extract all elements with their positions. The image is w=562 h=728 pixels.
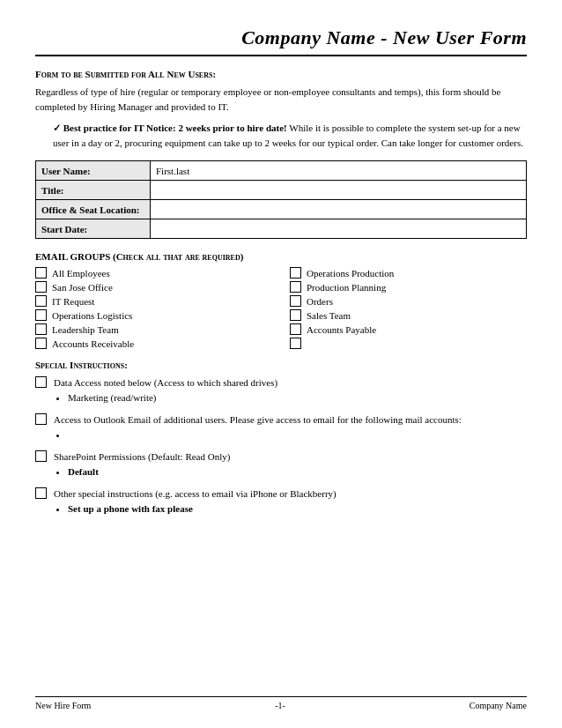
user-info-table: User Name:First.lastTitle:Office & Seat … [35,160,527,239]
footer-center: -1- [275,701,285,710]
email-group-label: Accounts Payable [307,324,376,335]
checkbox[interactable] [290,309,301,321]
special-instruction-item: Data Access noted below (Access to which… [35,375,527,405]
checkbox[interactable] [35,295,47,307]
table-row: Office & Seat Location: [36,200,527,219]
special-item-bullet: Default [68,464,527,480]
email-group-label: Leadership Team [52,324,119,335]
checkbox[interactable] [35,281,47,293]
special-item-bullet: Marketing (read/write) [68,390,527,406]
special-item-text: SharePoint Permissions (Default: Read On… [54,451,230,462]
email-group-item[interactable] [290,338,527,349]
email-group-item[interactable]: Accounts Payable [290,323,527,335]
checkbox[interactable] [35,323,47,335]
special-instructions-section: Special Instructions: Data Access noted … [35,360,527,516]
table-value-cell [151,219,527,239]
special-item-text: Data Access noted below (Access to which… [54,377,277,388]
special-item-content: Access to Outlook Email of additional us… [54,412,527,442]
email-group-item[interactable]: Operations Production [290,267,527,279]
email-group-label: Sales Team [307,310,351,321]
footer-right: Company Name [470,701,527,710]
email-groups-right-col: Operations ProductionProduction Planning… [290,267,527,349]
page-footer: New Hire Form -1- Company Name [35,696,527,710]
email-group-item[interactable]: Orders [290,295,527,307]
special-item-bullet [68,427,527,443]
best-practice-label: Best practice for IT Notice: [63,123,176,133]
table-value-cell [151,200,527,219]
email-group-item[interactable]: San Jose Office [35,281,272,293]
page-title: Company Name - New User Form [35,26,527,56]
checkbox[interactable] [290,267,301,279]
table-value-cell [151,181,527,200]
checkbox[interactable] [35,487,47,499]
checkbox[interactable] [290,295,301,307]
email-group-label: Orders [307,296,333,307]
table-row: User Name:First.last [36,161,527,181]
special-item-content: Data Access noted below (Access to which… [54,375,527,405]
email-groups-section: EMAIL GROUPS (Check all that are require… [35,251,527,349]
special-instruction-item: Other special instructions (e.g. access … [35,487,527,516]
email-group-item[interactable]: IT Request [35,295,272,307]
checkbox[interactable] [35,267,47,279]
email-groups-header: EMAIL GROUPS (Check all that are require… [35,251,527,262]
special-item-content: Other special instructions (e.g. access … [54,487,527,516]
email-groups-left-col: All EmployeesSan Jose OfficeIT RequestOp… [35,267,272,349]
special-item-text: Access to Outlook Email of additional us… [54,414,462,425]
email-group-label: IT Request [52,296,94,307]
footer-left: New Hire Form [35,701,91,710]
best-practice: ✓ Best practice for IT Notice: 2 weeks p… [53,121,527,150]
email-group-item[interactable]: Sales Team [290,309,527,321]
email-groups-grid: All EmployeesSan Jose OfficeIT RequestOp… [35,267,527,349]
email-group-item[interactable]: Operations Logistics [35,309,272,321]
best-practice-highlight: 2 weeks prior to hire date! [178,123,286,133]
table-row: Title: [36,181,527,200]
email-group-item[interactable]: All Employees [35,267,272,279]
table-row: Start Date: [36,219,527,239]
checkbox[interactable] [35,450,47,462]
best-practice-checkmark: ✓ [53,123,63,133]
intro-text: Regardless of type of hire (regular or t… [35,85,527,114]
email-group-label: Operations Logistics [52,310,132,321]
checkbox[interactable] [35,376,47,388]
checkbox[interactable] [35,309,47,321]
special-item-bullet: Set up a phone with fax please [68,501,527,517]
checkbox[interactable] [290,338,301,349]
special-instruction-item: Access to Outlook Email of additional us… [35,412,527,442]
checkbox[interactable] [290,323,301,335]
table-label-cell: Title: [36,181,151,200]
table-label-cell: User Name: [36,161,151,181]
special-item-text: Other special instructions (e.g. access … [54,488,336,499]
checkbox[interactable] [35,413,47,425]
table-label-cell: Office & Seat Location: [36,200,151,219]
checkbox[interactable] [35,338,47,349]
email-group-label: Production Planning [307,282,386,293]
special-instructions-header: Special Instructions: [35,360,527,370]
email-group-item[interactable]: Production Planning [290,281,527,293]
table-value-cell: First.last [151,161,527,181]
table-label-cell: Start Date: [36,219,151,239]
email-group-label: Operations Production [307,268,394,279]
email-group-item[interactable]: Leadership Team [35,323,272,335]
checkbox[interactable] [290,281,301,293]
email-group-label: All Employees [52,268,110,279]
email-group-item[interactable]: Accounts Receivable [35,338,272,349]
email-group-label: San Jose Office [52,282,113,293]
form-header: Form to be Submitted for All New Users: [35,69,527,79]
special-item-content: SharePoint Permissions (Default: Read On… [54,449,527,479]
email-group-label: Accounts Receivable [52,338,134,349]
special-instruction-item: SharePoint Permissions (Default: Read On… [35,449,527,479]
